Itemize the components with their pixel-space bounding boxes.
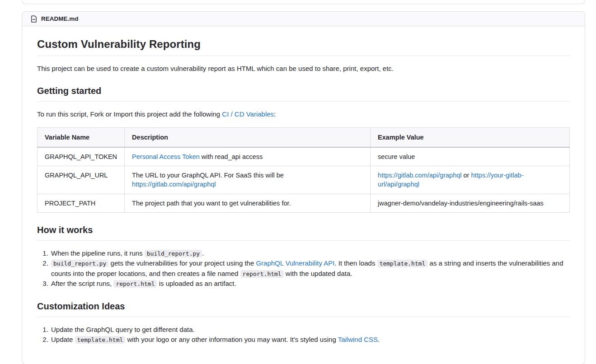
table-cell-example-value: secure value	[371, 147, 570, 166]
inline-link[interactable]: Personal Access Token	[132, 153, 200, 160]
inline-code: report.html	[113, 280, 157, 288]
heading-how-it-works: How it works	[37, 225, 570, 241]
list-item: Update the GraphQL query to get differen…	[50, 325, 570, 335]
previous-card-bottom-edge	[22, 0, 585, 4]
list-item: After the script runs, report.html is up…	[50, 279, 570, 289]
table-cell-description: The project path that you want to get vu…	[125, 194, 371, 212]
list-item: When the pipeline runs, it runs build_re…	[50, 248, 570, 259]
heading-customization-ideas: Customization Ideas	[37, 301, 570, 317]
page-title: Custom Vulnerability Reporting	[37, 38, 570, 56]
list-item: Update template.html with your logo or a…	[50, 335, 570, 345]
intro-paragraph: This project can be used to create a cus…	[37, 64, 570, 74]
table-cell-variable-name: PROJECT_PATH	[38, 194, 125, 212]
variables-table: Variable Name Description Example Value …	[37, 127, 570, 213]
table-header-description: Description	[125, 127, 371, 147]
table-header-variable-name: Variable Name	[38, 127, 125, 147]
table-cell-example-value: jwagner-demo/vandelay-industries/enginee…	[371, 194, 570, 212]
heading-getting-started: Getting started	[37, 86, 570, 102]
getting-started-lead: To run this script, Fork or Import this …	[37, 109, 570, 119]
list-item: build_report.py gets the vulnerabilities…	[50, 258, 570, 279]
table-cell-description: Personal Access Token with read_api acce…	[125, 147, 371, 166]
inline-code: report.html	[240, 270, 284, 278]
inline-link[interactable]: https://gitlab.com/api/graphql	[378, 172, 461, 179]
table-row: GRAPHQL_API_TOKENPersonal Access Token w…	[38, 147, 570, 166]
inline-code: build_report.py	[51, 260, 108, 267]
file-document-icon	[30, 15, 38, 23]
table-cell-description: The URL to your GraphQL API. For SaaS th…	[125, 166, 371, 194]
inline-link[interactable]: CI / CD Variables	[222, 110, 274, 118]
inline-code: template.html	[377, 260, 428, 267]
inline-code: build_report.py	[145, 250, 202, 257]
markdown-body: Custom Vulnerability Reporting This proj…	[22, 26, 585, 364]
customization-list: Update the GraphQL query to get differen…	[37, 325, 570, 345]
file-header: README.md	[22, 12, 585, 26]
variables-table-head: Variable Name Description Example Value	[38, 127, 570, 147]
inline-link[interactable]: GraphQL Vulnerability API	[256, 259, 334, 267]
table-cell-variable-name: GRAPHQL_API_URL	[38, 166, 125, 194]
readme-card: README.md Custom Vulnerability Reporting…	[22, 11, 585, 364]
inline-link[interactable]: Tailwind CSS	[338, 336, 378, 343]
table-header-example-value: Example Value	[371, 127, 570, 147]
inline-code: template.html	[75, 336, 126, 344]
inline-link[interactable]: https://gitlab.com/api/graphql	[132, 181, 216, 188]
table-row: GRAPHQL_API_URLThe URL to your GraphQL A…	[38, 166, 570, 194]
table-cell-example-value: https://gitlab.com/api/graphql or https:…	[371, 166, 570, 194]
table-row: PROJECT_PATHThe project path that you wa…	[38, 194, 570, 212]
file-name: README.md	[41, 15, 79, 22]
how-it-works-list: When the pipeline runs, it runs build_re…	[37, 248, 570, 289]
table-cell-variable-name: GRAPHQL_API_TOKEN	[38, 147, 125, 166]
table-header-row: Variable Name Description Example Value	[38, 127, 570, 147]
variables-table-body: GRAPHQL_API_TOKENPersonal Access Token w…	[38, 147, 570, 213]
